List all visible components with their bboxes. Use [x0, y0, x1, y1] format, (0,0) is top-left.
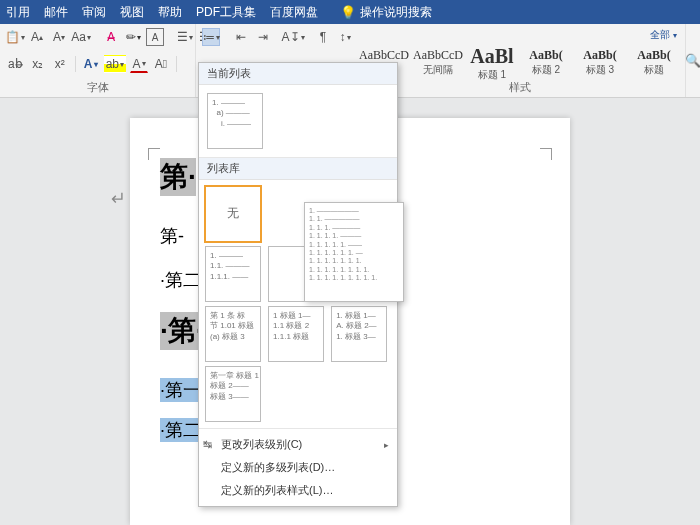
search-placeholder: 操作说明搜索 [360, 4, 432, 21]
change-case-btn[interactable]: Aa [72, 28, 90, 46]
menu-item[interactable]: PDF工具集 [196, 4, 256, 21]
sort-btn[interactable]: A↧ [284, 28, 302, 46]
menu-define-multilevel[interactable]: 定义新的多级列表(D)… [199, 456, 397, 479]
menu-item[interactable]: 帮助 [158, 4, 182, 21]
phonetic-btn[interactable]: ✏ [124, 28, 142, 46]
menu-item[interactable]: 引用 [6, 4, 30, 21]
doc-text[interactable]: ·第二 [160, 268, 201, 292]
font-color-btn[interactable]: A [130, 55, 148, 73]
dropdown-section-library: 列表库 [199, 158, 397, 180]
menu-item[interactable]: 百度网盘 [270, 4, 318, 21]
font-grow-btn[interactable]: A▴ [28, 28, 46, 46]
list-thumb[interactable]: 1 标题 1— 1.1 标题 2 1.1.1 标题 [268, 306, 324, 362]
font-paragraph-group: 📋 A▴ A▾ Aa A̶ ✏ A ☰ ☷ ab̶ x₂ x² A ab A A… [0, 24, 196, 97]
styles-group: 全部 ▾ AaBbCcD正文 AaBbCcD无间隔 AaBl标题 1 AaBb(… [354, 24, 685, 97]
doc-text[interactable]: 第- [160, 224, 184, 248]
margin-corner [148, 148, 160, 160]
editing-group[interactable]: 🔍 [685, 24, 700, 97]
enclosed-char-btn[interactable]: A⃝ [152, 55, 170, 73]
show-marks-btn[interactable]: ¶ [314, 28, 332, 46]
line-spacing-btn[interactable]: ↕ [336, 28, 354, 46]
menu-define-list-style[interactable]: 定义新的列表样式(L)… [199, 479, 397, 502]
font-shrink-btn[interactable]: A▾ [50, 28, 68, 46]
menubar: 引用 邮件 审阅 视图 帮助 PDF工具集 百度网盘 💡 操作说明搜索 [0, 0, 700, 24]
list-thumb[interactable]: 1. ——— 1.1. ——— 1.1.1. —— [205, 246, 261, 302]
tell-me-search[interactable]: 💡 操作说明搜索 [340, 4, 432, 21]
menu-item[interactable]: 邮件 [44, 4, 68, 21]
multilevel-preview-flyout[interactable]: 1. —————— 1. 1. ————— 1. 1. 1. ———— 1. 1… [304, 202, 404, 302]
newline-indicator [110, 190, 124, 206]
styles-all-label[interactable]: 全部 [650, 29, 670, 40]
style-item[interactable]: AaBl标题 1 [466, 42, 518, 80]
font-group-label: 字体 [6, 80, 189, 97]
paste-btn[interactable]: 📋 [6, 28, 24, 46]
list-thumb-current[interactable]: 1. ——— a) ——— i. ——— [207, 93, 263, 149]
strike-btn[interactable]: ab̶ [6, 55, 25, 73]
clear-format-btn[interactable]: A̶ [102, 28, 120, 46]
text-effects-btn[interactable]: A [82, 55, 100, 73]
dropdown-section-current: 当前列表 [199, 63, 397, 85]
styles-gallery: AaBbCcD正文 AaBbCcD无间隔 AaBl标题 1 AaBb(标题 2 … [358, 42, 681, 80]
styles-group-label: 样式 [358, 80, 681, 97]
style-item[interactable]: AaBb(标题 [628, 42, 680, 80]
list-thumb[interactable]: 第 1 条 标 节 1.01 标题 (a) 标题 3 [205, 306, 261, 362]
margin-corner [540, 148, 552, 160]
doc-text[interactable]: 第· [160, 158, 196, 196]
indent-increase-btn[interactable]: ⇥ [254, 28, 272, 46]
level-icon: ↹ [203, 438, 212, 451]
list-thumb[interactable]: 第一章 标题 1 标题 2—— 标题 3—— [205, 366, 261, 422]
style-item[interactable]: AaBb(标题 3 [574, 42, 626, 80]
indent-decrease-btn[interactable]: ⇤ [232, 28, 250, 46]
menu-item[interactable]: 审阅 [82, 4, 106, 21]
style-item[interactable]: AaBb(标题 2 [520, 42, 572, 80]
list-thumb[interactable]: 1. 标题 1— A. 标题 2— 1. 标题 3— [331, 306, 387, 362]
char-border-btn[interactable]: A [146, 28, 164, 46]
style-item[interactable]: AaBbCcD无间隔 [412, 42, 464, 80]
subscript-btn[interactable]: x₂ [29, 55, 47, 73]
menu-item[interactable]: 视图 [120, 4, 144, 21]
menu-change-level[interactable]: ↹更改列表级别(C) [199, 433, 397, 456]
highlight-btn[interactable]: ab [104, 55, 126, 73]
bullets-btn[interactable]: ☰ [176, 28, 194, 46]
superscript-btn[interactable]: x² [51, 55, 69, 73]
list-thumb-none[interactable]: 无 [205, 186, 261, 242]
multilevel-list-btn[interactable]: ≔ [202, 28, 220, 46]
bulb-icon: 💡 [340, 5, 356, 20]
